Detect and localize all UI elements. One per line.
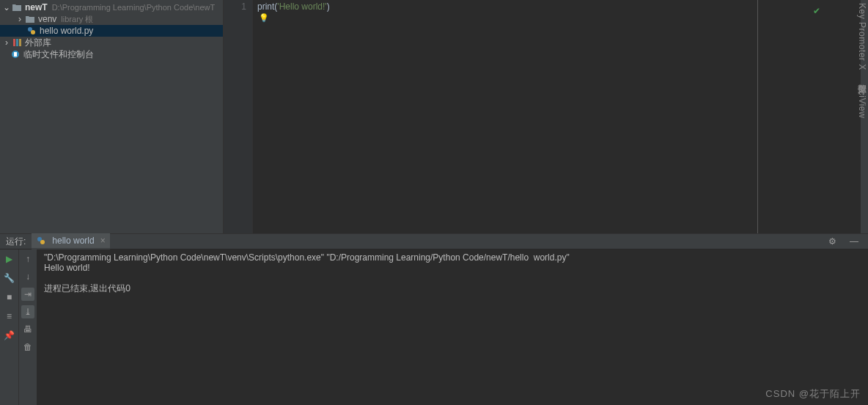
gear-icon[interactable]: ⚙: [825, 235, 839, 248]
analysis-ok-icon[interactable]: ✔: [813, 6, 820, 16]
python-icon: [36, 236, 46, 246]
project-sidebar: ⌄ newT D:\Programming Learning\Python Co…: [0, 0, 224, 233]
chevron-right-icon[interactable]: ›: [16, 13, 23, 25]
right-bar-database[interactable]: 数据库: [857, 77, 867, 79]
run-toolbar-left: ▶ 🔧 ■ ≡ 📌: [0, 249, 18, 405]
right-toolwindow-bar[interactable]: Key Promoter X 数据库 SciView: [861, 0, 868, 233]
venv-label: venv: [38, 13, 56, 25]
stop-button[interactable]: ■: [3, 291, 16, 304]
pin-icon[interactable]: 📌: [3, 329, 16, 342]
project-name: newT: [25, 1, 48, 13]
code-area[interactable]: print('Hello world!') 💡: [253, 0, 758, 233]
chevron-down-icon[interactable]: ⌄: [3, 1, 10, 13]
editor-gutter: 1: [224, 0, 253, 233]
line-number: 1: [224, 1, 246, 12]
minimize-icon[interactable]: —: [847, 235, 861, 248]
library-icon: [12, 37, 22, 48]
chevron-right-icon[interactable]: ›: [3, 37, 10, 48]
svg-point-8: [40, 240, 45, 244]
layout-icon[interactable]: ≡: [3, 310, 16, 323]
code-call: print(: [257, 1, 277, 12]
ext-libs-label: 外部库: [25, 37, 51, 48]
run-panel-header: 运行: hello world × ⚙ —: [0, 233, 868, 249]
svg-rect-4: [19, 39, 21, 46]
console-exit-line: 进程已结束,退出代码0: [44, 283, 130, 293]
down-arrow-icon[interactable]: ↓: [21, 270, 34, 283]
editor: 1 print('Hello world!') 💡 ✔: [224, 0, 868, 233]
folder-icon: [25, 15, 35, 23]
up-arrow-icon[interactable]: ↑: [21, 252, 34, 266]
svg-point-1: [31, 30, 35, 34]
project-path: D:\Programming Learning\Python Code\newT: [52, 1, 216, 13]
svg-rect-2: [13, 39, 15, 46]
tree-file-selected[interactable]: hello world.py: [0, 25, 223, 37]
console-line: "D:\Programming Learning\Python Code\new…: [44, 252, 570, 263]
run-toolbar-console: ↑ ↓ ⇥ ⤓ 🖶 🗑: [18, 249, 37, 405]
main-split: ⌄ newT D:\Programming Learning\Python Co…: [0, 0, 868, 233]
close-icon[interactable]: ×: [100, 236, 106, 246]
tree-scratch[interactable]: 临时文件和控制台: [0, 48, 223, 60]
print-icon[interactable]: 🖶: [21, 323, 34, 336]
run-config-tab[interactable]: hello world ×: [32, 233, 109, 249]
editor-right-margin: ✔: [758, 0, 868, 233]
run-panel: ▶ 🔧 ■ ≡ 📌 ↑ ↓ ⇥ ⤓ 🖶 🗑 "D:\Programming Le…: [0, 249, 868, 405]
scratch-label: 临时文件和控制台: [23, 48, 94, 60]
right-bar-key-promoter[interactable]: Key Promoter X: [857, 3, 867, 70]
intention-bulb-icon[interactable]: 💡: [259, 13, 269, 23]
run-header-actions: ⚙ —: [825, 235, 868, 248]
tree-venv[interactable]: › venv library 根: [0, 13, 223, 25]
soft-wrap-icon[interactable]: ⇥: [21, 288, 34, 301]
scratch-icon: [10, 49, 21, 59]
rerun-button[interactable]: ▶: [3, 252, 16, 266]
tree-ext-libs[interactable]: › 外部库: [0, 37, 223, 48]
console-output[interactable]: "D:\Programming Learning\Python Code\new…: [37, 249, 868, 405]
venv-hint: library 根: [61, 13, 93, 25]
scroll-end-icon[interactable]: ⤓: [21, 305, 34, 318]
file-label: hello world.py: [40, 25, 93, 37]
trash-icon[interactable]: 🗑: [21, 340, 34, 354]
code-close: ): [327, 1, 330, 12]
python-file-icon: [26, 26, 37, 36]
console-line: Hello world!: [44, 263, 90, 273]
run-label: 运行:: [6, 236, 26, 248]
svg-rect-6: [14, 52, 17, 56]
code-string: 'Hello world!': [277, 1, 326, 12]
project-tree: ⌄ newT D:\Programming Learning\Python Co…: [0, 0, 223, 60]
run-tab-label: hello world: [52, 236, 94, 246]
folder-icon: [12, 3, 22, 12]
right-bar-sciview[interactable]: SciView: [857, 84, 867, 118]
svg-rect-3: [16, 39, 18, 46]
tree-root[interactable]: ⌄ newT D:\Programming Learning\Python Co…: [0, 1, 223, 13]
watermark: CSDN @花于陌上开: [765, 387, 861, 401]
wrench-icon[interactable]: 🔧: [3, 271, 16, 285]
